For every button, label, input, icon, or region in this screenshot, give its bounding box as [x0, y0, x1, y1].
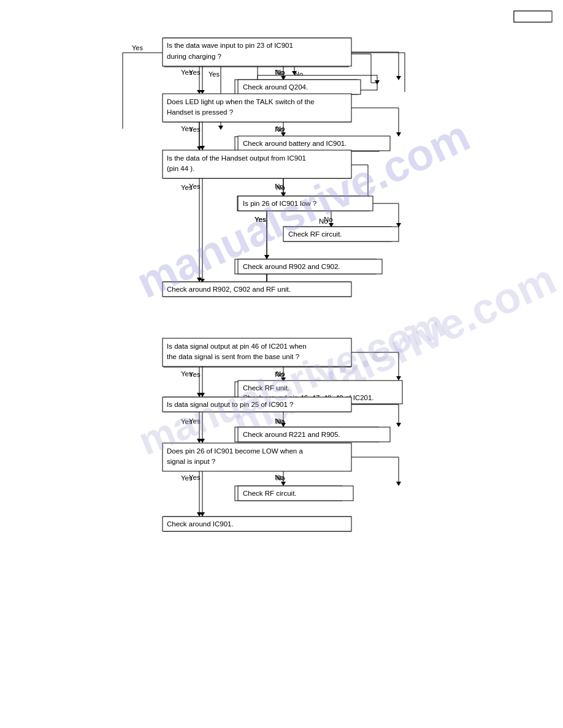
check-r902-rf-text: Check around R902, C902 and RF unit. [167, 286, 291, 293]
q2-text2: Handset is pressed ? [167, 108, 233, 116]
q7-text2: signal is input ? [167, 458, 215, 465]
q3-text1: Is the data of the Handset output from I… [167, 154, 306, 162]
svg-marker-110 [396, 76, 401, 80]
svg-marker-141 [396, 482, 401, 486]
q1-text2: during charging ? [167, 53, 221, 60]
q3-text2: (pin 44 ). [167, 165, 194, 172]
svg-marker-122 [264, 255, 269, 259]
flowchart-main-svg: Is the data wave input to pin 23 of IC90… [0, 0, 563, 728]
check-q204-text: Check around Q204. [243, 83, 308, 91]
page-corner-rect [514, 11, 552, 22]
check-battery-text: Check around battery and IC901. [243, 140, 347, 147]
svg-marker-115 [396, 132, 401, 137]
q4-yes-label: Yes [255, 216, 266, 223]
q2-text1: Does LED light up when the TALK switch o… [167, 98, 315, 105]
q6-no-label: No [276, 418, 285, 425]
svg-marker-136 [396, 423, 401, 427]
svg-marker-131 [396, 376, 401, 381]
check-rf2-text: Check RF circuit. [243, 490, 297, 497]
svg-marker-138 [200, 512, 205, 517]
q7-text1: Does pin 26 of IC901 become LOW when a [167, 447, 303, 455]
q1-yes-label: Yes [181, 69, 193, 76]
q1-text1: Is the data wave input to pin 23 of IC90… [167, 42, 293, 49]
check-r221-text: Check around R221 and R905. [243, 431, 340, 438]
q7-no-label: No [276, 474, 285, 482]
q4-text: Is pin 26 of IC901 low ? [243, 200, 316, 207]
q1-no-label: No [276, 69, 285, 76]
svg-marker-107 [200, 90, 205, 94]
check-rf1-text: Check RF circuit. [288, 230, 342, 238]
q3-yes-label: Yes [181, 184, 193, 191]
q5-text1: Is data signal output at pin 46 of IC201… [167, 343, 307, 350]
q5-yes-label: Yes [181, 370, 193, 377]
q2-no-label: No [276, 125, 285, 132]
q2-yes-label: Yes [181, 125, 193, 132]
q5-text2: the data signal is sent from the base un… [167, 353, 299, 360]
check-r902-c902-text: Check around R902 and C902. [243, 263, 340, 270]
q7-yes-label: Yes [181, 474, 193, 482]
q4-no-label: No [319, 218, 328, 225]
check-ic901-text: Check around IC901. [167, 520, 234, 528]
